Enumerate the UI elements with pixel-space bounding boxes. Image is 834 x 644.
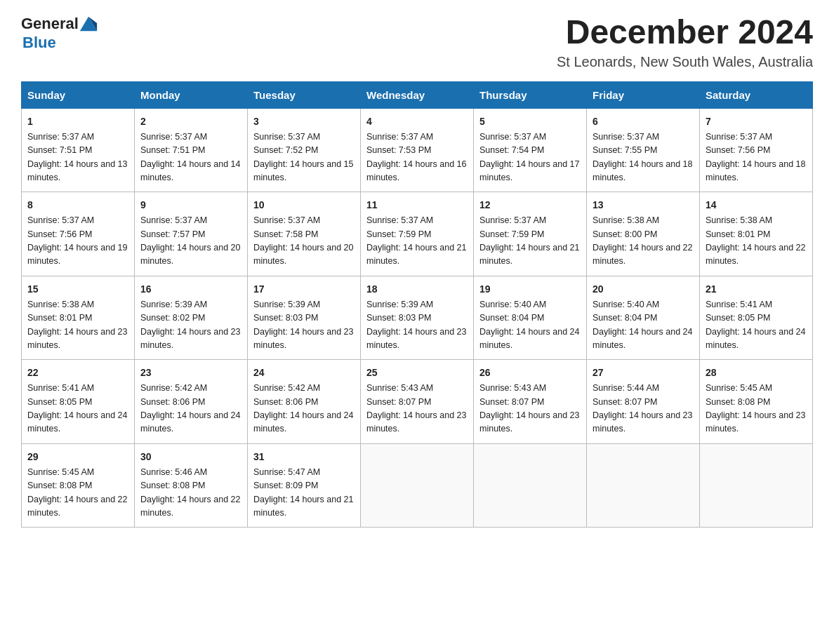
day-info: Sunrise: 5:43 AMSunset: 8:07 PMDaylight:… <box>479 382 581 436</box>
calendar-week-row: 29Sunrise: 5:45 AMSunset: 8:08 PMDayligh… <box>22 443 813 528</box>
calendar-day-cell: 28Sunrise: 5:45 AMSunset: 8:08 PMDayligh… <box>700 360 813 444</box>
location-title: St Leonards, New South Wales, Australia <box>557 54 813 70</box>
month-title: December 2024 <box>557 14 813 51</box>
day-info: Sunrise: 5:39 AMSunset: 8:02 PMDaylight:… <box>140 298 241 353</box>
day-number: 25 <box>366 365 468 380</box>
day-info: Sunrise: 5:44 AMSunset: 8:07 PMDaylight:… <box>593 382 694 436</box>
calendar-day-header: Tuesday <box>248 81 361 108</box>
calendar-day-cell <box>587 443 700 528</box>
calendar-day-cell: 3Sunrise: 5:37 AMSunset: 7:52 PMDaylight… <box>248 108 361 192</box>
day-info: Sunrise: 5:37 AMSunset: 7:56 PMDaylight:… <box>706 130 807 185</box>
calendar-day-cell: 6Sunrise: 5:37 AMSunset: 7:55 PMDaylight… <box>587 108 700 192</box>
calendar-day-cell: 7Sunrise: 5:37 AMSunset: 7:56 PMDaylight… <box>700 108 813 192</box>
calendar-day-cell: 12Sunrise: 5:37 AMSunset: 7:59 PMDayligh… <box>474 192 587 276</box>
calendar-header-row: SundayMondayTuesdayWednesdayThursdayFrid… <box>22 81 813 108</box>
calendar-day-cell: 9Sunrise: 5:37 AMSunset: 7:57 PMDaylight… <box>135 192 248 276</box>
calendar-day-cell: 1Sunrise: 5:37 AMSunset: 7:51 PMDaylight… <box>22 108 135 192</box>
day-info: Sunrise: 5:42 AMSunset: 8:06 PMDaylight:… <box>253 382 355 436</box>
calendar-day-cell: 20Sunrise: 5:40 AMSunset: 8:04 PMDayligh… <box>587 276 700 360</box>
logo: General Blue <box>21 14 98 52</box>
day-number: 19 <box>479 282 581 297</box>
calendar-day-cell <box>361 443 474 528</box>
day-info: Sunrise: 5:45 AMSunset: 8:08 PMDaylight:… <box>27 466 128 521</box>
calendar-day-header: Sunday <box>22 81 135 108</box>
day-info: Sunrise: 5:37 AMSunset: 7:57 PMDaylight:… <box>140 214 241 269</box>
day-number: 30 <box>140 450 241 464</box>
calendar-day-cell: 17Sunrise: 5:39 AMSunset: 8:03 PMDayligh… <box>248 276 361 360</box>
day-info: Sunrise: 5:41 AMSunset: 8:05 PMDaylight:… <box>27 382 128 436</box>
day-info: Sunrise: 5:37 AMSunset: 7:56 PMDaylight:… <box>27 214 128 269</box>
day-info: Sunrise: 5:40 AMSunset: 8:04 PMDaylight:… <box>479 298 581 353</box>
calendar-day-cell: 13Sunrise: 5:38 AMSunset: 8:00 PMDayligh… <box>587 192 700 276</box>
day-number: 9 <box>140 198 241 213</box>
day-info: Sunrise: 5:42 AMSunset: 8:06 PMDaylight:… <box>140 382 241 436</box>
day-number: 8 <box>27 198 128 213</box>
day-info: Sunrise: 5:40 AMSunset: 8:04 PMDaylight:… <box>593 298 694 353</box>
calendar-day-cell: 26Sunrise: 5:43 AMSunset: 8:07 PMDayligh… <box>474 360 587 444</box>
day-number: 27 <box>593 365 694 380</box>
logo-icon <box>79 14 98 34</box>
day-info: Sunrise: 5:46 AMSunset: 8:08 PMDaylight:… <box>140 466 241 521</box>
calendar-day-cell: 29Sunrise: 5:45 AMSunset: 8:08 PMDayligh… <box>22 443 135 528</box>
calendar-day-cell: 10Sunrise: 5:37 AMSunset: 7:58 PMDayligh… <box>248 192 361 276</box>
day-number: 3 <box>253 114 355 129</box>
calendar-day-cell <box>700 443 813 528</box>
calendar-day-header: Wednesday <box>361 81 474 108</box>
day-info: Sunrise: 5:37 AMSunset: 7:54 PMDaylight:… <box>479 130 581 185</box>
calendar-day-cell: 11Sunrise: 5:37 AMSunset: 7:59 PMDayligh… <box>361 192 474 276</box>
day-number: 6 <box>593 114 694 129</box>
calendar-day-cell: 8Sunrise: 5:37 AMSunset: 7:56 PMDaylight… <box>22 192 135 276</box>
day-info: Sunrise: 5:38 AMSunset: 8:01 PMDaylight:… <box>706 214 807 269</box>
calendar-day-header: Monday <box>135 81 248 108</box>
day-info: Sunrise: 5:45 AMSunset: 8:08 PMDaylight:… <box>706 382 807 436</box>
day-info: Sunrise: 5:39 AMSunset: 8:03 PMDaylight:… <box>253 298 355 353</box>
day-number: 4 <box>366 114 468 129</box>
day-number: 12 <box>479 198 581 213</box>
logo-text-general: General <box>21 15 79 33</box>
calendar-week-row: 1Sunrise: 5:37 AMSunset: 7:51 PMDaylight… <box>22 108 813 192</box>
calendar-day-cell: 22Sunrise: 5:41 AMSunset: 8:05 PMDayligh… <box>22 360 135 444</box>
day-number: 24 <box>253 365 355 380</box>
day-number: 1 <box>27 114 128 129</box>
day-number: 10 <box>253 198 355 213</box>
calendar-day-cell: 31Sunrise: 5:47 AMSunset: 8:09 PMDayligh… <box>248 443 361 528</box>
day-number: 7 <box>706 114 807 129</box>
day-info: Sunrise: 5:41 AMSunset: 8:05 PMDaylight:… <box>706 298 807 353</box>
day-number: 5 <box>479 114 581 129</box>
day-number: 20 <box>593 282 694 297</box>
calendar-day-header: Saturday <box>700 81 813 108</box>
day-info: Sunrise: 5:37 AMSunset: 7:58 PMDaylight:… <box>253 214 355 269</box>
calendar-day-cell: 2Sunrise: 5:37 AMSunset: 7:51 PMDaylight… <box>135 108 248 192</box>
calendar-week-row: 15Sunrise: 5:38 AMSunset: 8:01 PMDayligh… <box>22 276 813 360</box>
day-info: Sunrise: 5:43 AMSunset: 8:07 PMDaylight:… <box>366 382 468 436</box>
calendar-day-cell: 15Sunrise: 5:38 AMSunset: 8:01 PMDayligh… <box>22 276 135 360</box>
day-info: Sunrise: 5:37 AMSunset: 7:59 PMDaylight:… <box>366 214 468 269</box>
calendar-day-header: Friday <box>587 81 700 108</box>
day-number: 23 <box>140 365 241 380</box>
calendar-day-cell: 5Sunrise: 5:37 AMSunset: 7:54 PMDaylight… <box>474 108 587 192</box>
day-info: Sunrise: 5:47 AMSunset: 8:09 PMDaylight:… <box>253 466 355 521</box>
calendar-week-row: 22Sunrise: 5:41 AMSunset: 8:05 PMDayligh… <box>22 360 813 444</box>
title-area: December 2024 St Leonards, New South Wal… <box>557 14 813 70</box>
day-number: 31 <box>253 450 355 464</box>
calendar-day-cell: 19Sunrise: 5:40 AMSunset: 8:04 PMDayligh… <box>474 276 587 360</box>
calendar-week-row: 8Sunrise: 5:37 AMSunset: 7:56 PMDaylight… <box>22 192 813 276</box>
calendar-day-cell: 30Sunrise: 5:46 AMSunset: 8:08 PMDayligh… <box>135 443 248 528</box>
day-number: 18 <box>366 282 468 297</box>
day-info: Sunrise: 5:37 AMSunset: 7:55 PMDaylight:… <box>593 130 694 185</box>
day-number: 28 <box>706 365 807 380</box>
day-info: Sunrise: 5:38 AMSunset: 8:01 PMDaylight:… <box>27 298 128 353</box>
calendar-day-cell: 23Sunrise: 5:42 AMSunset: 8:06 PMDayligh… <box>135 360 248 444</box>
day-number: 14 <box>706 198 807 213</box>
header: General Blue December 2024 St Leonards, … <box>21 14 813 70</box>
day-number: 2 <box>140 114 241 129</box>
calendar-day-cell: 4Sunrise: 5:37 AMSunset: 7:53 PMDaylight… <box>361 108 474 192</box>
day-number: 29 <box>27 450 128 464</box>
calendar-day-cell: 25Sunrise: 5:43 AMSunset: 8:07 PMDayligh… <box>361 360 474 444</box>
day-number: 26 <box>479 365 581 380</box>
logo-text-blue: Blue <box>22 34 56 52</box>
day-info: Sunrise: 5:37 AMSunset: 7:51 PMDaylight:… <box>140 130 241 185</box>
day-number: 11 <box>366 198 468 213</box>
calendar-day-header: Thursday <box>474 81 587 108</box>
calendar-day-cell: 18Sunrise: 5:39 AMSunset: 8:03 PMDayligh… <box>361 276 474 360</box>
